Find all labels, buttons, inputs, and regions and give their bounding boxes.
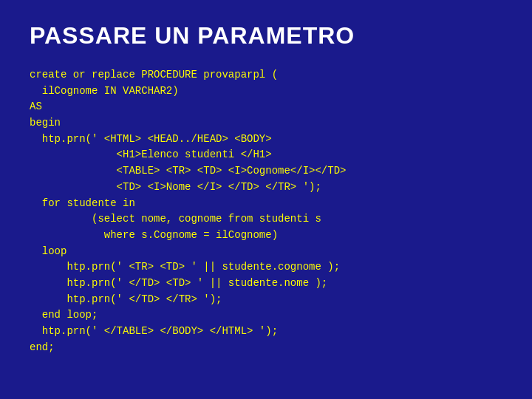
code-block: create or replace PROCEDURE provaparpl (… bbox=[30, 67, 502, 355]
line-1: create or replace PROCEDURE provaparpl (… bbox=[30, 69, 346, 353]
slide: PASSARE UN PARAMETRO create or replace P… bbox=[0, 0, 532, 399]
slide-title: PASSARE UN PARAMETRO bbox=[30, 22, 502, 50]
